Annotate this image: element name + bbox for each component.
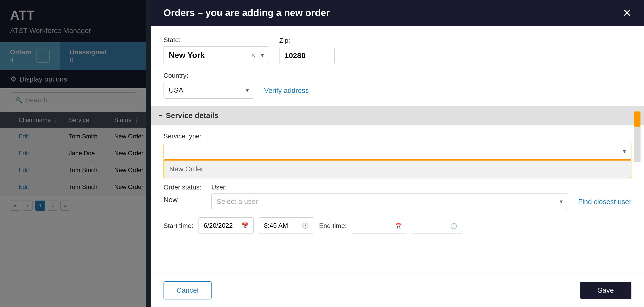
calendar-icon[interactable]: 📅 (242, 222, 248, 229)
start-time-value: 8:45 AM (264, 222, 288, 229)
country-group: Country: USA ▾ (164, 72, 254, 99)
section-header[interactable]: − Service details (151, 106, 644, 125)
user-select[interactable]: Select a user ▾ (211, 193, 568, 210)
time-row: Start time: 6/20/2022 📅 8:45 AM 🕐 End ti… (164, 217, 631, 234)
country-label: Country: (164, 72, 254, 80)
zip-value: 10280 (285, 51, 305, 60)
modal-close-button[interactable]: ✕ (623, 8, 631, 18)
end-time-input[interactable]: 🕐 (412, 219, 462, 234)
service-type-label: Service type: (164, 132, 631, 140)
save-button[interactable]: Save (580, 282, 631, 299)
service-type-chevron-icon[interactable]: ▾ (623, 148, 626, 155)
order-user-row: Order status: New User: Select a user ▾ … (164, 183, 631, 210)
zip-label: Zip: (279, 37, 335, 45)
clock-icon[interactable]: 🕐 (302, 222, 309, 229)
end-date-input[interactable]: 📅 (352, 219, 407, 234)
state-value: New York (169, 51, 205, 60)
section-title: Service details (166, 111, 219, 120)
state-select[interactable]: New York ✕ ▾ (164, 46, 269, 64)
country-verify-row: Country: USA ▾ Verify address (164, 72, 631, 99)
cancel-button[interactable]: Cancel (164, 281, 212, 299)
country-value: USA (169, 86, 183, 94)
state-group: State: New York ✕ ▾ (164, 36, 269, 64)
collapse-icon[interactable]: − (158, 112, 162, 120)
start-time-label: Start time: (164, 222, 193, 234)
state-chevron-icon[interactable]: ▾ (261, 52, 264, 59)
state-label: State: (164, 36, 269, 44)
verify-address-link[interactable]: Verify address (264, 87, 309, 99)
modal-footer: Cancel Save (151, 274, 644, 307)
end-calendar-icon[interactable]: 📅 (395, 223, 402, 229)
country-chevron-icon[interactable]: ▾ (246, 87, 249, 94)
start-time-input[interactable]: 8:45 AM 🕐 (259, 217, 314, 234)
service-type-option-new-order[interactable]: New Order (164, 160, 631, 178)
state-divider (258, 52, 258, 59)
state-zip-row: State: New York ✕ ▾ Zip: 10280 (164, 36, 631, 64)
modal: Orders – you are adding a new order ✕ St… (151, 0, 644, 307)
start-date-input[interactable]: 6/20/2022 📅 (198, 217, 254, 234)
user-select-group: User: Select a user ▾ (211, 183, 568, 210)
zip-group: Zip: 10280 (279, 37, 335, 64)
service-type-wrapper: Service type: ▾ New Order (164, 132, 631, 178)
find-closest-user-link[interactable]: Find closest user (578, 198, 631, 210)
end-time-label: End time: (319, 222, 347, 234)
modal-body: State: New York ✕ ▾ Zip: 10280 (151, 26, 644, 274)
state-clear-icon[interactable]: ✕ (251, 52, 256, 59)
order-status-group: Order status: New (164, 183, 201, 210)
modal-header: Orders – you are adding a new order ✕ (151, 0, 644, 26)
user-label: User: (211, 183, 568, 191)
order-status-label: Order status: (164, 183, 201, 191)
country-select[interactable]: USA ▾ (164, 82, 254, 99)
zip-input[interactable]: 10280 (279, 47, 335, 64)
modal-title: Orders – you are adding a new order (164, 8, 330, 18)
scrollbar-thumb[interactable] (634, 111, 640, 127)
user-placeholder: Select a user (217, 198, 258, 206)
start-date-value: 6/20/2022 (204, 222, 233, 229)
end-clock-icon[interactable]: 🕐 (450, 223, 457, 229)
user-chevron-icon[interactable]: ▾ (560, 198, 563, 205)
service-type-select[interactable]: ▾ (164, 143, 631, 160)
order-status-value: New (164, 193, 201, 204)
